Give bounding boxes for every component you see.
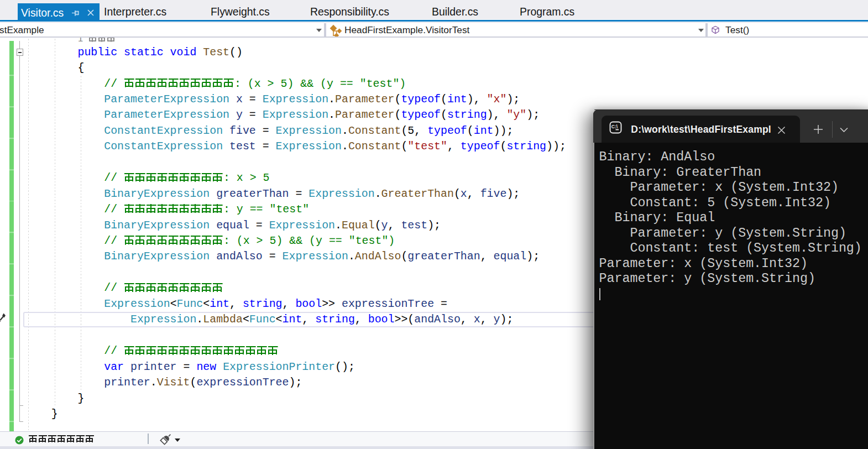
svg-text:C:\: C:\: [611, 123, 618, 129]
